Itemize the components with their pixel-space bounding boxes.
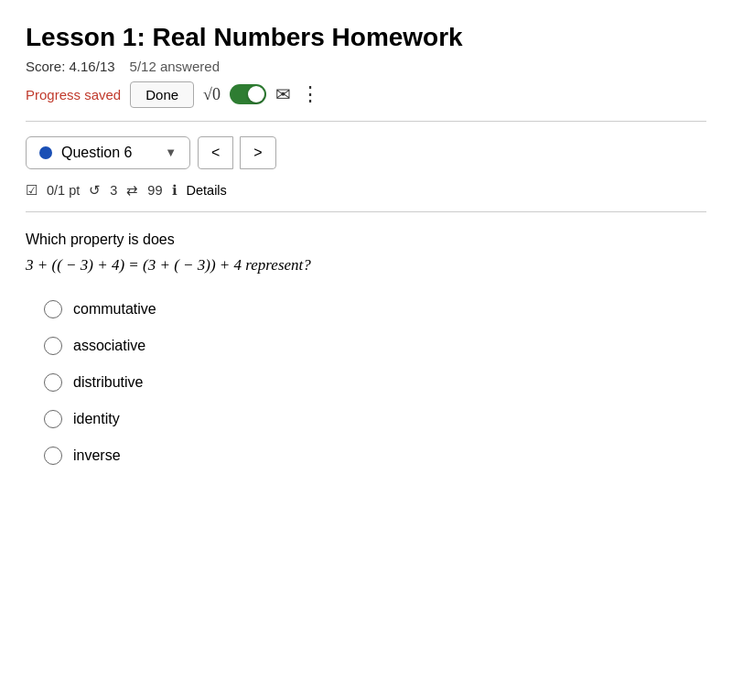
question-math: 3 + (( − 3) + 4) = (3 + ( − 3)) + 4 repr…	[26, 256, 706, 275]
details-link[interactable]: Details	[187, 183, 227, 198]
checkbox-icon: ☑	[26, 182, 38, 199]
next-question-button[interactable]: >	[240, 136, 275, 169]
option-label-distributive: distributive	[73, 374, 143, 391]
question-text-line1: Which property is does	[26, 229, 706, 251]
option-distributive[interactable]: distributive	[44, 373, 706, 392]
attempts-count: 99	[147, 183, 162, 198]
mail-icon[interactable]: ✉	[275, 83, 291, 105]
option-label-commutative: commutative	[73, 301, 156, 318]
option-commutative[interactable]: commutative	[44, 300, 706, 318]
done-button[interactable]: Done	[130, 81, 194, 108]
radio-commutative	[44, 300, 62, 318]
points-display: 0/1 pt	[47, 183, 80, 198]
content-divider	[26, 211, 706, 212]
option-label-identity: identity	[73, 411, 120, 427]
option-associative[interactable]: associative	[44, 337, 706, 355]
option-identity[interactable]: identity	[44, 410, 706, 428]
toggle-knob	[248, 86, 264, 102]
radio-distributive	[44, 373, 62, 392]
option-inverse[interactable]: inverse	[44, 447, 706, 465]
question-label: Question 6	[61, 145, 156, 161]
more-options-icon[interactable]: ⋮	[300, 82, 321, 106]
radio-identity	[44, 410, 62, 428]
toolbar-divider	[26, 121, 706, 122]
option-label-inverse: inverse	[73, 447, 121, 464]
retry-icon: ↺	[89, 183, 101, 198]
info-icon: ℹ	[172, 183, 178, 198]
question-area: Which property is does 3 + (( − 3) + 4) …	[26, 229, 706, 275]
prev-question-button[interactable]: <	[198, 136, 233, 169]
option-label-associative: associative	[73, 338, 145, 354]
toggle-switch[interactable]	[230, 84, 266, 104]
page-title: Lesson 1: Real Numbers Homework	[26, 22, 706, 53]
chevron-down-icon: ▼	[165, 145, 177, 159]
retry-count: 3	[110, 183, 117, 198]
answer-options: commutativeassociativedistributiveidenti…	[26, 300, 706, 465]
answered-count: 5/12 answered	[130, 59, 220, 74]
progress-saved-label: Progress saved	[26, 87, 121, 102]
question-selector[interactable]: Question 6 ▼	[26, 136, 190, 169]
meta-bar: ☑ 0/1 pt ↺ 3 ⇄ 99 ℹ Details	[26, 182, 706, 199]
radio-inverse	[44, 447, 62, 465]
sqrt-icon: √0	[203, 85, 221, 104]
question-dot	[39, 146, 52, 159]
score: Score: 4.16/13	[26, 59, 115, 74]
radio-associative	[44, 337, 62, 355]
attempts-icon: ⇄	[126, 183, 138, 198]
